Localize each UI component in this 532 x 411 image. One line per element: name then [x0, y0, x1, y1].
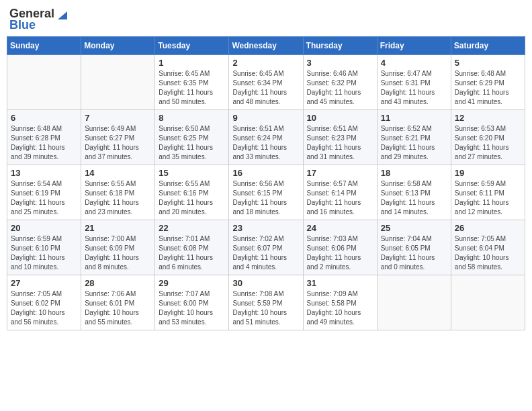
calendar-cell: [7, 55, 81, 110]
calendar-cell: [81, 55, 155, 110]
logo-triangle-icon: [55, 9, 67, 21]
day-info: Sunrise: 7:07 AMSunset: 6:00 PMDaylight:…: [159, 289, 225, 327]
day-info: Sunrise: 6:53 AMSunset: 6:20 PMDaylight:…: [455, 124, 521, 162]
calendar-week-row: 13Sunrise: 6:54 AMSunset: 6:19 PMDayligh…: [7, 165, 525, 220]
calendar-cell: 20Sunrise: 6:59 AMSunset: 6:10 PMDayligh…: [7, 220, 81, 275]
day-number: 3: [307, 58, 373, 68]
day-info: Sunrise: 6:45 AMSunset: 6:35 PMDaylight:…: [159, 69, 225, 107]
day-number: 17: [307, 168, 373, 178]
calendar-cell: 21Sunrise: 7:00 AMSunset: 6:09 PMDayligh…: [81, 220, 155, 275]
calendar-table: SundayMondayTuesdayWednesdayThursdayFrid…: [7, 36, 525, 330]
calendar-cell: 22Sunrise: 7:01 AMSunset: 6:08 PMDayligh…: [155, 220, 229, 275]
calendar-cell: 27Sunrise: 7:05 AMSunset: 6:02 PMDayligh…: [7, 275, 81, 330]
calendar-cell: 29Sunrise: 7:07 AMSunset: 6:00 PMDayligh…: [155, 275, 229, 330]
day-number: 29: [159, 278, 225, 288]
day-number: 21: [85, 223, 151, 233]
calendar-cell: 24Sunrise: 7:03 AMSunset: 6:06 PMDayligh…: [303, 220, 377, 275]
day-number: 11: [381, 113, 447, 123]
calendar-cell: 7Sunrise: 6:49 AMSunset: 6:27 PMDaylight…: [81, 110, 155, 165]
day-number: 31: [307, 278, 373, 288]
day-info: Sunrise: 7:05 AMSunset: 6:02 PMDaylight:…: [11, 289, 77, 327]
day-info: Sunrise: 7:01 AMSunset: 6:08 PMDaylight:…: [159, 234, 225, 272]
calendar-cell: 28Sunrise: 7:06 AMSunset: 6:01 PMDayligh…: [81, 275, 155, 330]
day-info: Sunrise: 7:04 AMSunset: 6:05 PMDaylight:…: [381, 234, 447, 272]
day-info: Sunrise: 6:58 AMSunset: 6:13 PMDaylight:…: [381, 179, 447, 217]
calendar-cell: 8Sunrise: 6:50 AMSunset: 6:25 PMDaylight…: [155, 110, 229, 165]
day-number: 16: [232, 168, 299, 178]
day-info: Sunrise: 6:47 AMSunset: 6:31 PMDaylight:…: [381, 69, 447, 107]
day-info: Sunrise: 6:51 AMSunset: 6:23 PMDaylight:…: [307, 124, 373, 162]
logo: General Blue: [9, 7, 67, 32]
day-number: 24: [307, 223, 373, 233]
calendar-cell: 31Sunrise: 7:09 AMSunset: 5:58 PMDayligh…: [303, 275, 377, 330]
day-number: 8: [159, 113, 225, 123]
day-number: 2: [232, 58, 299, 68]
day-info: Sunrise: 7:05 AMSunset: 6:04 PMDaylight:…: [455, 234, 521, 272]
logo-blue-text: Blue: [9, 18, 36, 32]
day-number: 15: [159, 168, 225, 178]
calendar-day-header: Tuesday: [155, 37, 229, 55]
calendar-cell: 4Sunrise: 6:47 AMSunset: 6:31 PMDaylight…: [377, 55, 451, 110]
calendar-day-header: Thursday: [303, 37, 377, 55]
day-number: 28: [85, 278, 151, 288]
calendar-cell: 23Sunrise: 7:02 AMSunset: 6:07 PMDayligh…: [229, 220, 303, 275]
day-number: 7: [85, 113, 151, 123]
calendar-cell: 11Sunrise: 6:52 AMSunset: 6:21 PMDayligh…: [377, 110, 451, 165]
day-info: Sunrise: 6:59 AMSunset: 6:11 PMDaylight:…: [455, 179, 521, 217]
day-info: Sunrise: 6:48 AMSunset: 6:29 PMDaylight:…: [455, 69, 521, 107]
calendar-cell: 13Sunrise: 6:54 AMSunset: 6:19 PMDayligh…: [7, 165, 81, 220]
calendar-cell: 3Sunrise: 6:46 AMSunset: 6:32 PMDaylight…: [303, 55, 377, 110]
calendar-cell: 25Sunrise: 7:04 AMSunset: 6:05 PMDayligh…: [377, 220, 451, 275]
calendar-cell: 10Sunrise: 6:51 AMSunset: 6:23 PMDayligh…: [303, 110, 377, 165]
day-info: Sunrise: 6:46 AMSunset: 6:32 PMDaylight:…: [307, 69, 373, 107]
day-info: Sunrise: 7:06 AMSunset: 6:01 PMDaylight:…: [85, 289, 151, 327]
day-info: Sunrise: 6:52 AMSunset: 6:21 PMDaylight:…: [381, 124, 447, 162]
day-number: 6: [11, 113, 77, 123]
calendar-cell: 14Sunrise: 6:55 AMSunset: 6:18 PMDayligh…: [81, 165, 155, 220]
day-number: 13: [11, 168, 77, 178]
day-info: Sunrise: 6:57 AMSunset: 6:14 PMDaylight:…: [307, 179, 373, 217]
day-number: 22: [159, 223, 225, 233]
page-header: General Blue: [7, 7, 525, 32]
day-number: 27: [11, 278, 77, 288]
day-number: 1: [159, 58, 225, 68]
day-info: Sunrise: 6:48 AMSunset: 6:28 PMDaylight:…: [11, 124, 77, 162]
day-info: Sunrise: 6:59 AMSunset: 6:10 PMDaylight:…: [11, 234, 77, 272]
calendar-cell: 16Sunrise: 6:56 AMSunset: 6:15 PMDayligh…: [229, 165, 303, 220]
day-number: 5: [455, 58, 521, 68]
day-number: 23: [232, 223, 299, 233]
day-info: Sunrise: 6:56 AMSunset: 6:15 PMDaylight:…: [232, 179, 299, 217]
day-info: Sunrise: 7:08 AMSunset: 5:59 PMDaylight:…: [232, 289, 299, 327]
day-number: 14: [85, 168, 151, 178]
calendar-cell: [377, 275, 451, 330]
calendar-cell: 30Sunrise: 7:08 AMSunset: 5:59 PMDayligh…: [229, 275, 303, 330]
day-info: Sunrise: 7:02 AMSunset: 6:07 PMDaylight:…: [232, 234, 299, 272]
calendar-cell: 17Sunrise: 6:57 AMSunset: 6:14 PMDayligh…: [303, 165, 377, 220]
day-number: 12: [455, 113, 521, 123]
calendar-cell: 19Sunrise: 6:59 AMSunset: 6:11 PMDayligh…: [451, 165, 525, 220]
day-number: 19: [455, 168, 521, 178]
calendar-day-header: Saturday: [451, 37, 525, 55]
calendar-day-header: Friday: [377, 37, 451, 55]
day-number: 4: [381, 58, 447, 68]
day-number: 20: [11, 223, 77, 233]
day-info: Sunrise: 6:55 AMSunset: 6:16 PMDaylight:…: [159, 179, 225, 217]
day-number: 25: [381, 223, 447, 233]
calendar-cell: 5Sunrise: 6:48 AMSunset: 6:29 PMDaylight…: [451, 55, 525, 110]
svg-marker-0: [58, 11, 67, 19]
calendar-cell: 18Sunrise: 6:58 AMSunset: 6:13 PMDayligh…: [377, 165, 451, 220]
calendar-cell: 26Sunrise: 7:05 AMSunset: 6:04 PMDayligh…: [451, 220, 525, 275]
day-info: Sunrise: 6:49 AMSunset: 6:27 PMDaylight:…: [85, 124, 151, 162]
calendar-day-header: Monday: [81, 37, 155, 55]
day-info: Sunrise: 7:00 AMSunset: 6:09 PMDaylight:…: [85, 234, 151, 272]
calendar-cell: 6Sunrise: 6:48 AMSunset: 6:28 PMDaylight…: [7, 110, 81, 165]
calendar-week-row: 6Sunrise: 6:48 AMSunset: 6:28 PMDaylight…: [7, 110, 525, 165]
day-info: Sunrise: 6:45 AMSunset: 6:34 PMDaylight:…: [232, 69, 299, 107]
calendar-cell: [451, 275, 525, 330]
day-info: Sunrise: 6:51 AMSunset: 6:24 PMDaylight:…: [232, 124, 299, 162]
calendar-week-row: 1Sunrise: 6:45 AMSunset: 6:35 PMDaylight…: [7, 55, 525, 110]
day-number: 18: [381, 168, 447, 178]
day-info: Sunrise: 6:50 AMSunset: 6:25 PMDaylight:…: [159, 124, 225, 162]
day-info: Sunrise: 7:09 AMSunset: 5:58 PMDaylight:…: [307, 289, 373, 327]
day-info: Sunrise: 6:55 AMSunset: 6:18 PMDaylight:…: [85, 179, 151, 217]
